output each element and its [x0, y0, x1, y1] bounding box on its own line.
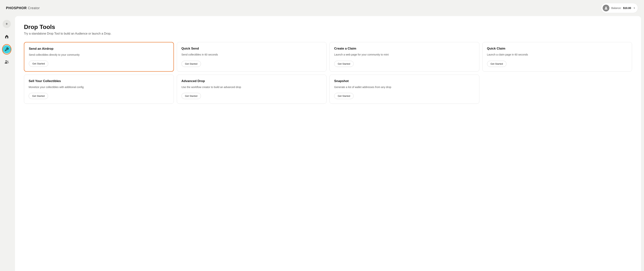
- svg-point-3: [7, 61, 8, 62]
- balance-info: Balance: $10.00: [611, 6, 631, 10]
- header: PHOSPHOR Creator Balance: $10.00 ▾: [0, 0, 644, 16]
- sidebar-item-home[interactable]: [2, 32, 11, 41]
- logo: PHOSPHOR Creator: [6, 6, 40, 10]
- card-desc-send-airdrop: Send collectibles directly to your commu…: [29, 53, 169, 57]
- get-started-btn-quick-claim[interactable]: Get Started: [487, 61, 506, 67]
- card-title-send-airdrop: Send an Airdrop: [29, 47, 169, 51]
- logo-sub: Creator: [28, 6, 40, 10]
- card-snapshot[interactable]: Snapshot Generate a list of wallet addre…: [330, 75, 479, 104]
- tools-icon-wrapper: [2, 45, 11, 53]
- people-icon: [4, 60, 9, 64]
- sidebar-item-community[interactable]: [2, 58, 11, 66]
- main-layout: +: [0, 16, 644, 271]
- card-desc-advanced-drop: Use the workflow creator to build an adv…: [182, 85, 322, 89]
- card-empty-slot: [482, 75, 632, 104]
- cards-row-2: Sell Your Collectibles Monetize your col…: [24, 75, 632, 104]
- logo-brand: PHOSPHOR: [6, 6, 27, 10]
- cards-row-1: Send an Airdrop Send collectibles direct…: [24, 42, 632, 72]
- avatar: [603, 5, 610, 11]
- card-desc-sell-collectibles: Monetize your collectibles with addition…: [29, 85, 169, 89]
- home-icon: [4, 34, 9, 39]
- card-create-claim[interactable]: Create a Claim Launch a web page for you…: [330, 42, 479, 72]
- balance-amount: $10.00: [623, 6, 631, 9]
- plus-icon: +: [6, 21, 8, 26]
- account-balance-widget[interactable]: Balance: $10.00 ▾: [601, 3, 638, 13]
- card-desc-create-claim: Launch a web page for your community to …: [334, 53, 475, 57]
- card-desc-snapshot: Generate a list of wallet addresses from…: [334, 85, 475, 89]
- balance-label: Balance:: [611, 6, 621, 9]
- card-desc-quick-claim: Launch a claim page in 60 seconds: [487, 53, 628, 57]
- get-started-btn-advanced-drop[interactable]: Get Started: [182, 93, 201, 99]
- get-started-btn-create-claim[interactable]: Get Started: [334, 61, 354, 67]
- sidebar-add-button[interactable]: +: [2, 20, 11, 28]
- card-advanced-drop[interactable]: Advanced Drop Use the workflow creator t…: [177, 75, 327, 104]
- tools-active-ring: [2, 44, 12, 54]
- get-started-btn-quick-send[interactable]: Get Started: [182, 61, 201, 67]
- card-quick-claim[interactable]: Quick Claim Launch a claim page in 60 se…: [482, 42, 632, 72]
- card-send-airdrop[interactable]: Send an Airdrop Send collectibles direct…: [24, 42, 174, 72]
- card-title-sell-collectibles: Sell Your Collectibles: [29, 79, 169, 83]
- card-sell-collectibles[interactable]: Sell Your Collectibles Monetize your col…: [24, 75, 174, 104]
- card-title-quick-send: Quick Send: [182, 47, 322, 50]
- svg-rect-1: [6, 37, 7, 38]
- card-title-create-claim: Create a Claim: [334, 47, 475, 50]
- page-subtitle: Try a standalone Drop Tool to build an A…: [24, 32, 632, 35]
- card-title-advanced-drop: Advanced Drop: [182, 79, 322, 83]
- sidebar: +: [0, 16, 14, 271]
- card-quick-send[interactable]: Quick Send Send collectibles in 60 secon…: [177, 42, 327, 72]
- svg-point-0: [606, 7, 607, 8]
- main-content: Drop Tools Try a standalone Drop Tool to…: [15, 16, 641, 271]
- card-desc-quick-send: Send collectibles in 60 seconds: [182, 53, 322, 57]
- card-title-snapshot: Snapshot: [334, 79, 475, 83]
- get-started-btn-snapshot[interactable]: Get Started: [334, 93, 354, 99]
- get-started-btn-send-airdrop[interactable]: Get Started: [29, 60, 48, 67]
- get-started-btn-sell-collectibles[interactable]: Get Started: [29, 93, 48, 99]
- sidebar-item-tools[interactable]: [2, 45, 11, 53]
- card-title-quick-claim: Quick Claim: [487, 47, 628, 50]
- svg-point-2: [6, 60, 7, 62]
- wrench-icon: [5, 47, 9, 51]
- chevron-down-icon: ▾: [634, 7, 635, 9]
- page-title: Drop Tools: [24, 23, 632, 30]
